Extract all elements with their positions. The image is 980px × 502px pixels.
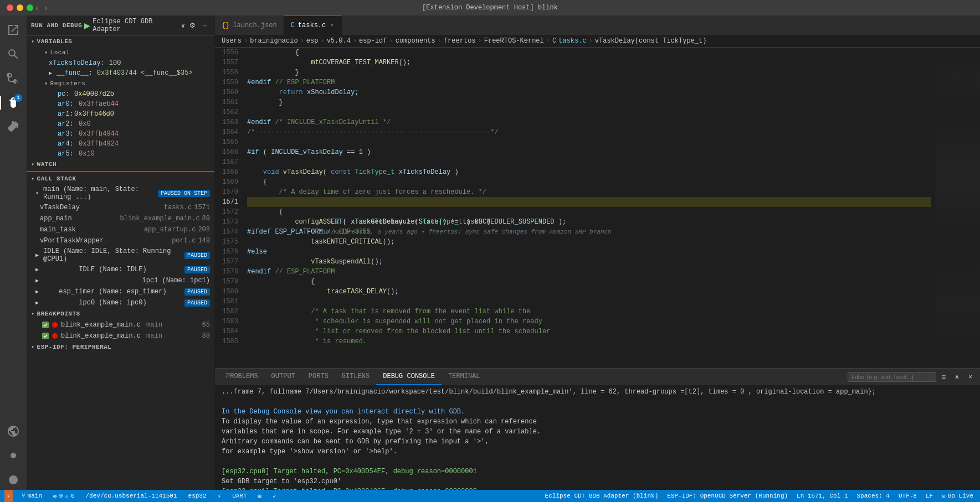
- tab-problems[interactable]: PROBLEMS: [219, 369, 265, 385]
- titlebar: ‹ › [Extension Development Host] blink: [0, 0, 980, 15]
- call-stack-section-header[interactable]: ▾ CALL STACK: [27, 173, 214, 184]
- git-icon: ⑂: [22, 493, 25, 499]
- callstack-thread-main[interactable]: ▾ main (Name: main, State: Running ...) …: [27, 184, 214, 202]
- variables-section-header[interactable]: ▾ VARIABLES: [27, 36, 214, 47]
- activity-bar: 1: [0, 15, 27, 490]
- bc-freertos-kernel[interactable]: FreeRTOS-Kernel: [484, 37, 544, 45]
- reg-ar5[interactable]: ar5: 0x10: [35, 149, 214, 159]
- reg-ar0[interactable]: ar0: 0x3ffaeb44: [35, 99, 214, 109]
- panel-list-view-button[interactable]: ≡: [938, 372, 949, 382]
- reg-value-ar2: 0x0: [79, 120, 91, 128]
- debug-config-dropdown[interactable]: ∨: [181, 22, 185, 30]
- nav-back-button[interactable]: ‹: [33, 2, 40, 13]
- status-uart[interactable]: UART: [230, 490, 249, 502]
- callstack-thread-ipc1[interactable]: ▶ ipc1 (Name: ipc1): [27, 275, 214, 286]
- bc-v504[interactable]: v5.0.4: [327, 37, 351, 45]
- bc-users[interactable]: Users: [222, 37, 242, 45]
- bc-freertos[interactable]: freertos: [444, 37, 476, 45]
- close-button[interactable]: [7, 4, 13, 11]
- tab-ports[interactable]: PORTS: [302, 369, 335, 385]
- activity-remote[interactable]: [3, 421, 23, 441]
- var-func[interactable]: ▶ __func__: 0x3f403744 <__func__$35>: [35, 68, 214, 78]
- status-line-ending[interactable]: LF: [923, 490, 935, 502]
- warning-icon: ⚠: [65, 493, 69, 500]
- encoding-label: UTF-8: [899, 493, 917, 499]
- watch-section-header[interactable]: ▾ WATCH: [27, 159, 214, 170]
- local-header[interactable]: ▾ Local: [35, 47, 214, 58]
- line-1576: #else: [247, 247, 931, 257]
- reg-ar4[interactable]: ar4: 0x3ffb4924: [35, 139, 214, 149]
- bc-components[interactable]: components: [396, 37, 435, 45]
- bp-checkbox-2[interactable]: [42, 333, 49, 339]
- panel-close-button[interactable]: ×: [965, 372, 976, 382]
- status-debug-adapter[interactable]: Eclipse CDT GDB Adapter (blink): [543, 490, 661, 502]
- tab-launch-json[interactable]: {} launch.json: [215, 15, 284, 35]
- reg-ar2[interactable]: ar2: 0x0: [35, 119, 214, 129]
- callstack-frame-vTaskDelay[interactable]: vTaskDelay tasks.c 1571: [27, 202, 214, 213]
- panel-minimize-button[interactable]: ∧: [951, 372, 963, 382]
- debug-settings-button[interactable]: ⚙: [187, 20, 198, 30]
- git-branch-name: main: [28, 493, 42, 499]
- status-check[interactable]: ✓: [270, 490, 279, 502]
- tab-output[interactable]: OUTPUT: [265, 369, 302, 385]
- status-errors[interactable]: ⊗ 0 ⚠ 0: [51, 490, 76, 502]
- callstack-frame-main_task[interactable]: main_task app_startup.c 208: [27, 224, 214, 235]
- status-git-branch[interactable]: ⑂ main: [19, 490, 44, 502]
- debug-msg-info5: for example type '>show version' or '>he…: [222, 447, 973, 456]
- bp-checkbox-1[interactable]: [42, 322, 49, 328]
- status-chip[interactable]: esp32: [186, 490, 209, 502]
- minimize-button[interactable]: [17, 4, 23, 11]
- registers-header[interactable]: ▾ Registers: [35, 78, 214, 89]
- status-line-col[interactable]: Ln 1571, Col 1: [794, 490, 850, 502]
- callstack-thread-idle1[interactable]: ▶ IDLE (Name: IDLE, State: Running @CPU1…: [27, 246, 214, 264]
- breakpoint-2[interactable]: blink_example_main.c main 88: [27, 330, 214, 341]
- status-encoding[interactable]: UTF-8: [896, 490, 919, 502]
- status-uart2[interactable]: ⊞: [256, 490, 264, 502]
- activity-wokwi[interactable]: [3, 470, 23, 490]
- breakpoints-section-header[interactable]: ▾ BREAKPOINTS: [27, 308, 214, 319]
- debug-play-button[interactable]: ▶: [84, 21, 90, 30]
- bc-esp-idf[interactable]: esp-idf: [359, 37, 387, 45]
- tab-debug-console[interactable]: DEBUG CONSOLE: [376, 369, 442, 385]
- activity-search[interactable]: [3, 44, 23, 64]
- reg-ar1[interactable]: ar1: 0x3ffb46d0: [35, 109, 214, 119]
- reg-pc[interactable]: pc: 0x40087d2b: [35, 89, 214, 99]
- bc-function[interactable]: vTaskDelay(const TickType_t): [595, 37, 707, 45]
- status-spaces[interactable]: Spaces: 4: [855, 490, 892, 502]
- breakpoint-1[interactable]: blink_example_main.c main 65: [27, 319, 214, 330]
- bc-tasks-c[interactable]: tasks.c: [558, 37, 586, 45]
- status-go-live[interactable]: ⊙ Go Live: [940, 490, 976, 502]
- debug-more-button[interactable]: ···: [200, 20, 210, 30]
- nav-forward-button[interactable]: ›: [43, 2, 50, 13]
- var-xTicksToDelay[interactable]: xTicksToDelay: 100: [35, 58, 214, 68]
- status-device[interactable]: /dev/cu.usbserial-1141501: [84, 490, 179, 502]
- reg-ar3[interactable]: ar3: 0x3ffb4944: [35, 129, 214, 139]
- var-expand-func[interactable]: ▶: [49, 70, 52, 76]
- activity-debug[interactable]: 1: [3, 93, 23, 113]
- error-count: 0: [59, 493, 63, 499]
- callstack-thread-esp-timer[interactable]: ▶ esp_timer (Name: esp_timer) PAUSED: [27, 286, 214, 297]
- code-editor[interactable]: 1556 1557 1558 1559 1560 1561 1562 1563 …: [215, 48, 936, 368]
- maximize-button[interactable]: [27, 4, 33, 11]
- tab-gitlens[interactable]: GITLENS: [335, 369, 376, 385]
- run-debug-title: RUN AND DEBUG: [31, 22, 82, 29]
- activity-source-control[interactable]: [3, 69, 23, 89]
- callstack-thread-idle[interactable]: ▶ IDLE (Name: IDLE) PAUSED: [27, 264, 214, 275]
- status-debug-adapter-indicator[interactable]: ⚡: [4, 490, 13, 502]
- sidebar-content: ▾ VARIABLES ▾ Local xTicksToDelay: 100 ▶…: [27, 36, 214, 490]
- callstack-frame-app_main[interactable]: app_main blink_example_main.c 89: [27, 213, 214, 224]
- tab-close-tasks-c[interactable]: ×: [329, 22, 335, 30]
- bc-brainignacio[interactable]: brainignacio: [250, 37, 297, 45]
- callstack-frame-vPortTaskWrapper[interactable]: vPortTaskWrapper port.c 149: [27, 235, 214, 246]
- status-flash-icon[interactable]: ⚡: [216, 490, 224, 502]
- callstack-thread-ipc0[interactable]: ▶ ipc0 (Name: ipc0) PAUSED: [27, 297, 214, 308]
- bc-esp[interactable]: esp: [306, 37, 319, 45]
- status-openocd[interactable]: ESP-IDF: OpenOCD Server (Running): [665, 490, 790, 502]
- activity-extensions[interactable]: [3, 117, 23, 137]
- activity-esp-idf[interactable]: [3, 446, 23, 465]
- tab-terminal[interactable]: TERMINAL: [442, 369, 487, 385]
- esp-idf-section-header[interactable]: ▾ ESP-IDF: PERIPHERAL: [27, 341, 214, 353]
- tab-tasks-c[interactable]: C tasks.c ×: [284, 15, 342, 35]
- activity-explorer[interactable]: [3, 20, 23, 40]
- filter-input[interactable]: [848, 372, 936, 382]
